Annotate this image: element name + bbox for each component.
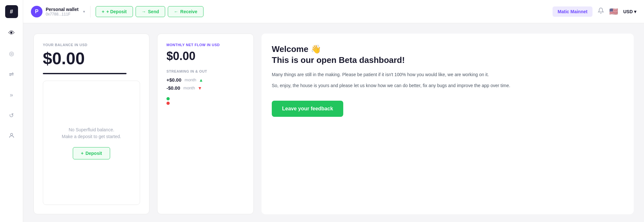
stream-in-row: +$0.00 month ▲ [166, 77, 244, 83]
stream-out-arrow-icon: ▼ [198, 86, 202, 91]
receive-button[interactable]: ← Receive [168, 6, 204, 17]
superfluid-empty-text: No Superfluid balance. Make a deposit to… [62, 126, 121, 140]
stream-out-unit: month [184, 86, 195, 90]
stream-out-amount: -$0.00 [166, 85, 180, 91]
sidebar-item-coin[interactable]: ◎ [6, 48, 17, 59]
receive-icon: ← [174, 9, 178, 14]
welcome-card: Welcome 👋 This is our open Beta dashboar… [261, 34, 634, 214]
deposit-plus-icon: + [81, 151, 83, 156]
sidebar-item-more[interactable]: » [6, 89, 17, 101]
balance-card: YOUR BALANCE IN USD $0.00 No Superfluid … [33, 34, 149, 214]
wallet-info: P Personal wallet 0x7788...111F ▾ [31, 6, 90, 17]
currency-selector[interactable]: USD ▾ [623, 9, 636, 14]
topbar: P Personal wallet 0x7788...111F ▾ + + De… [23, 0, 644, 23]
wallet-chevron-icon[interactable]: ▾ [83, 9, 85, 14]
receive-label: Receive [180, 9, 197, 14]
chevron-right-double-icon: » [10, 92, 13, 98]
main-content: P Personal wallet 0x7788...111F ▾ + + De… [23, 0, 644, 222]
coin-icon: ◎ [9, 50, 14, 57]
app-logo[interactable]: # [5, 5, 18, 18]
stream-in-unit: month [185, 77, 196, 82]
send-label: Send [148, 9, 159, 14]
welcome-para1: Many things are still in the making. Ple… [272, 71, 623, 78]
streaming-label: STREAMING IN & OUT [166, 69, 244, 73]
notification-bell-icon[interactable] [598, 7, 604, 15]
wallet-text: Personal wallet 0x7788...111F [46, 7, 79, 16]
stream-in-indicator [166, 97, 170, 100]
sidebar-item-eye[interactable]: 👁 [6, 27, 17, 39]
transfer-icon: ⇌ [9, 71, 14, 78]
wallet-name: Personal wallet [46, 7, 79, 12]
flow-card: MONTHLY NET FLOW IN USD $0.00 STREAMING … [157, 34, 254, 214]
wallet-address: 0x7788...111F [46, 12, 79, 16]
stream-out-indicator [166, 102, 170, 105]
wallet-initial: P [35, 9, 39, 15]
welcome-para2: So, enjoy, the house is yours and please… [272, 82, 623, 89]
network-selector[interactable]: Matic Mainnet [553, 6, 593, 17]
flow-label: MONTHLY NET FLOW IN USD [166, 43, 244, 47]
superfluid-deposit-label: Deposit [85, 151, 102, 156]
flow-amount: $0.00 [166, 49, 244, 63]
balance-amount: $0.00 [43, 49, 140, 68]
send-icon: → [142, 9, 146, 14]
balance-bar [43, 73, 127, 74]
history-icon: ↺ [9, 112, 14, 119]
deposit-button[interactable]: + + Deposit [96, 6, 133, 17]
welcome-title: Welcome 👋 This is our open Beta dashboar… [272, 44, 623, 66]
feedback-label: Leave your feedback [282, 106, 333, 111]
currency-chevron-icon: ▾ [634, 9, 636, 14]
sidebar-item-user[interactable] [6, 130, 17, 142]
balance-label: YOUR BALANCE IN USD [43, 43, 140, 47]
svg-point-0 [10, 133, 13, 136]
plus-icon: + [102, 9, 104, 14]
topbar-actions: + + Deposit → Send ← Receive [96, 6, 204, 17]
sidebar: # 👁 ◎ ⇌ » ↺ [0, 0, 23, 222]
flow-currency: USD [212, 43, 220, 47]
stream-in-arrow-icon: ▲ [199, 77, 203, 83]
wallet-avatar: P [31, 6, 43, 17]
logo-icon: # [10, 8, 13, 15]
stream-in-amount: +$0.00 [166, 77, 181, 83]
user-icon [8, 132, 15, 140]
topbar-right: Matic Mainnet 🇺🇸 USD ▾ [553, 6, 636, 17]
country-flag: 🇺🇸 [609, 7, 618, 16]
network-label: Matic Mainnet [558, 9, 588, 14]
eye-icon: 👁 [8, 29, 15, 37]
welcome-line2: This is our open Beta dashboard! [272, 55, 623, 66]
feedback-button[interactable]: Leave your feedback [272, 101, 343, 117]
currency-label: USD [623, 9, 633, 14]
deposit-label: + Deposit [106, 9, 127, 14]
send-button[interactable]: → Send [136, 6, 165, 17]
sidebar-item-transfer[interactable]: ⇌ [6, 68, 17, 80]
sidebar-item-history[interactable]: ↺ [6, 110, 17, 121]
superfluid-deposit-button[interactable]: + Deposit [73, 147, 110, 159]
superfluid-box: No Superfluid balance. Make a deposit to… [43, 81, 140, 205]
stream-out-row: -$0.00 month ▼ [166, 85, 244, 91]
welcome-line1: Welcome 👋 [272, 44, 623, 55]
content-area: YOUR BALANCE IN USD $0.00 No Superfluid … [23, 23, 644, 222]
